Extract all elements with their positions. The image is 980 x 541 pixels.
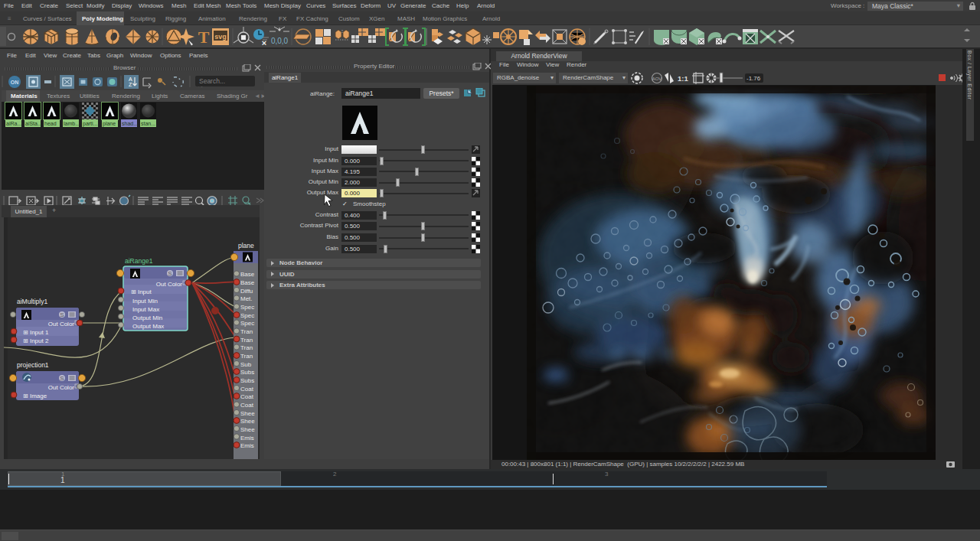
svg-text:Tran: Tran (240, 344, 253, 351)
svg-text:A: A (129, 77, 132, 82)
svg-text:aiRange1: aiRange1 (125, 257, 153, 265)
svg-text:Subs: Subs (240, 369, 254, 376)
svg-text:head: head (44, 121, 57, 126)
svg-text:lamb...: lamb... (64, 121, 80, 126)
svg-text:Spec: Spec (240, 312, 254, 319)
svg-text:Tran: Tran (240, 328, 253, 335)
svg-text:Sub: Sub (240, 361, 252, 368)
svg-text:Shee: Shee (240, 426, 255, 433)
svg-text:⊞ Image: ⊞ Image (23, 393, 47, 399)
svg-text:plane: plane (238, 242, 254, 249)
svg-text:parti...: parti... (83, 121, 98, 127)
svg-text:aiRa...: aiRa... (6, 121, 21, 126)
svg-text:ON: ON (11, 80, 19, 85)
svg-text:AOV: AOV (652, 77, 662, 81)
svg-text:⊞ Input 1: ⊞ Input 1 (23, 329, 49, 336)
svg-text:⊞ Input: ⊞ Input (131, 288, 152, 295)
svg-text:Out Color: Out Color (156, 281, 183, 288)
svg-text:Coat: Coat (240, 402, 254, 409)
svg-text:Output Max: Output Max (132, 323, 164, 330)
svg-text:Out Color: Out Color (48, 384, 75, 391)
svg-text:Emis: Emis (240, 442, 254, 449)
svg-text:Coat: Coat (240, 386, 254, 393)
svg-text:aiSta...: aiSta... (25, 121, 42, 126)
svg-text:Diffu: Diffu (240, 288, 253, 295)
svg-text:Emis: Emis (240, 435, 254, 442)
svg-text:Z: Z (129, 82, 132, 87)
svg-text:Tran: Tran (240, 353, 253, 360)
svg-text:-1.76: -1.76 (746, 75, 761, 82)
svg-text:plane: plane (103, 121, 116, 127)
svg-text:aiMultiply1: aiMultiply1 (17, 298, 47, 305)
svg-text:shad...: shad... (122, 121, 138, 126)
svg-text:Spec: Spec (240, 304, 254, 311)
svg-text:Input Max: Input Max (132, 306, 159, 313)
svg-text:Spec: Spec (240, 320, 254, 327)
svg-text:Out Color: Out Color (48, 321, 75, 328)
svg-text:Shee: Shee (240, 410, 255, 417)
svg-text:Output Min: Output Min (132, 314, 162, 321)
svg-text:⊞ Input 2: ⊞ Input 2 (23, 337, 49, 344)
svg-text:Base: Base (240, 271, 255, 278)
svg-text:Search...: Search... (199, 77, 225, 85)
svg-text:Base: Base (240, 279, 255, 286)
svg-text:stan...: stan... (141, 121, 155, 126)
svg-text:Shee: Shee (240, 418, 255, 425)
svg-text:1:1: 1:1 (678, 74, 688, 83)
svg-text:Tran: Tran (240, 337, 253, 344)
svg-text:Coat: Coat (240, 393, 254, 400)
svg-text:Input Min: Input Min (132, 298, 158, 305)
svg-text:Met.: Met. (240, 295, 253, 302)
svg-text:Subs: Subs (240, 377, 254, 384)
svg-text:projection1: projection1 (17, 361, 49, 369)
